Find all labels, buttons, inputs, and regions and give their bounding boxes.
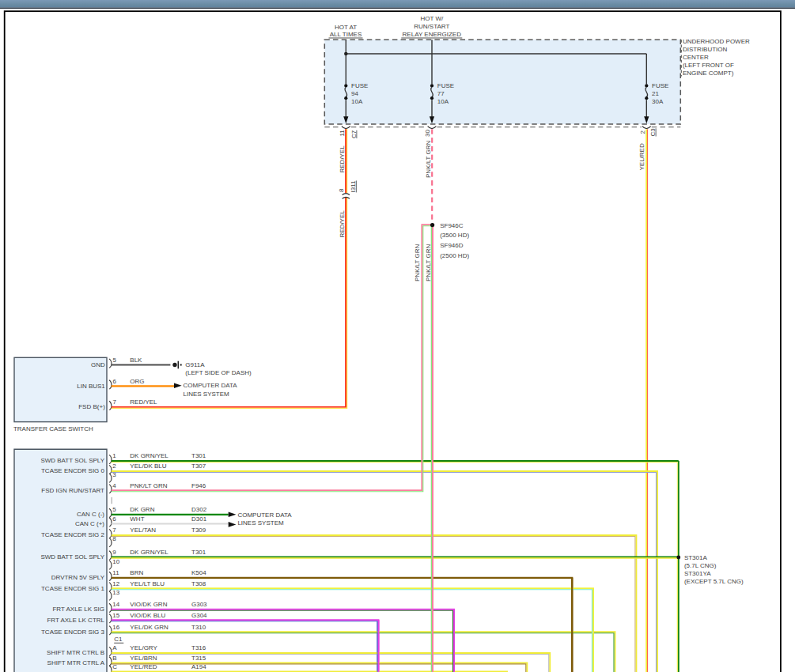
svg-text:T307: T307: [191, 462, 206, 470]
svg-text:HOT W/: HOT W/: [420, 15, 444, 22]
svg-text:5: 5: [112, 506, 116, 513]
svg-text:FUSE: FUSE: [437, 82, 454, 89]
svg-text:4: 4: [112, 482, 116, 489]
svg-text:DRVTRN 5V SPLY: DRVTRN 5V SPLY: [51, 574, 105, 581]
svg-text:21: 21: [652, 90, 659, 97]
svg-text:77: 77: [437, 90, 445, 97]
svg-text:SWD BATT SOL SPLY: SWD BATT SOL SPLY: [40, 553, 104, 561]
svg-text:7: 7: [112, 527, 116, 534]
svg-text:PNK/LT GRN: PNK/LT GRN: [130, 482, 167, 489]
svg-text:PNK/LT GRN: PNK/LT GRN: [425, 244, 432, 281]
svg-text:COMPUTER DATA: COMPUTER DATA: [184, 382, 238, 389]
svg-text:9: 9: [112, 549, 116, 556]
svg-text:T316: T316: [191, 644, 206, 651]
svg-text:SF946D: SF946D: [440, 242, 464, 249]
svg-text:TCASE ENCDR SIG 2: TCASE ENCDR SIG 2: [41, 531, 105, 538]
svg-text:30A: 30A: [652, 98, 664, 105]
svg-text:FUSE: FUSE: [652, 82, 668, 89]
svg-text:WHT: WHT: [130, 515, 144, 523]
svg-text:T301: T301: [191, 549, 206, 556]
svg-text:CENTER: CENTER: [683, 54, 709, 61]
svg-text:DK GRN: DK GRN: [130, 506, 154, 513]
svg-text:BLK: BLK: [130, 357, 142, 364]
svg-text:D302: D302: [191, 506, 207, 513]
svg-text:(EXCEPT 5.7L CNG): (EXCEPT 5.7L CNG): [684, 578, 744, 585]
svg-text:C3: C3: [649, 128, 657, 137]
svg-text:(2500 HD): (2500 HD): [440, 252, 469, 259]
svg-text:T308: T308: [191, 580, 206, 587]
svg-text:6: 6: [112, 515, 116, 523]
svg-text:ORG: ORG: [130, 378, 144, 385]
svg-text:(3500 HD): (3500 HD): [440, 232, 469, 239]
svg-text:PNK/LT GRN: PNK/LT GRN: [414, 244, 421, 281]
svg-text:TCASE ENCDR SIG 1: TCASE ENCDR SIG 1: [41, 585, 105, 592]
svg-text:16: 16: [112, 624, 119, 631]
svg-text:RED/YEL: RED/YEL: [339, 145, 346, 173]
svg-text:COMPUTER DATA: COMPUTER DATA: [237, 512, 292, 519]
svg-text:TCASE ENCDR SIG 3: TCASE ENCDR SIG 3: [41, 629, 105, 636]
svg-text:6: 6: [113, 378, 117, 385]
svg-text:(LEFT FRONT OF: (LEFT FRONT OF: [683, 62, 734, 69]
svg-text:8: 8: [338, 188, 345, 192]
svg-text:LINES SYSTEM: LINES SYSTEM: [237, 519, 284, 527]
svg-text:30: 30: [424, 130, 431, 137]
svg-text:YEL/BRN: YEL/BRN: [130, 655, 157, 662]
svg-text:10: 10: [112, 558, 119, 565]
svg-text:A: A: [112, 644, 117, 651]
svg-text:G304: G304: [191, 612, 207, 619]
svg-text:(5.7L CNG): (5.7L CNG): [684, 562, 717, 569]
svg-text:YEL/DK BLU: YEL/DK BLU: [130, 462, 166, 470]
svg-text:RED/YEL: RED/YEL: [339, 210, 346, 238]
svg-text:VIO/DK BLU: VIO/DK BLU: [130, 612, 165, 619]
svg-text:11: 11: [339, 130, 346, 137]
svg-text:SF946C: SF946C: [440, 222, 464, 229]
svg-text:LIN BUS1: LIN BUS1: [77, 383, 105, 390]
svg-text:YEL/LT BLU: YEL/LT BLU: [130, 580, 165, 587]
svg-text:SWD BATT SOL SPLY: SWD BATT SOL SPLY: [40, 457, 104, 464]
svg-text:HOT AT: HOT AT: [335, 24, 357, 31]
svg-text:RED/YEL: RED/YEL: [130, 398, 157, 406]
svg-text:G303: G303: [191, 601, 207, 608]
svg-text:5: 5: [113, 357, 117, 364]
svg-text:YEL/GRY: YEL/GRY: [130, 644, 157, 651]
svg-text:TRANSFER CASE SWITCH: TRANSFER CASE SWITCH: [13, 425, 93, 432]
svg-text:C7: C7: [350, 130, 358, 138]
svg-text:GND: GND: [91, 361, 105, 368]
svg-text:T301: T301: [191, 452, 206, 459]
svg-text:DK GRN/YEL: DK GRN/YEL: [130, 452, 168, 459]
svg-text:BRN: BRN: [130, 569, 143, 576]
svg-text:YEL/TAN: YEL/TAN: [130, 527, 156, 534]
svg-text:DK GRN/YEL: DK GRN/YEL: [130, 549, 168, 556]
svg-text:CAN C (-): CAN C (-): [77, 511, 104, 518]
svg-text:CAN C (+): CAN C (+): [75, 520, 104, 527]
svg-text:ALL TIMES: ALL TIMES: [330, 31, 362, 38]
svg-text:YEL/RED: YEL/RED: [638, 143, 645, 170]
svg-text:FUSE: FUSE: [351, 82, 368, 89]
svg-text:T315: T315: [191, 655, 206, 662]
svg-text:I311: I311: [350, 180, 357, 193]
svg-text:B: B: [112, 655, 116, 662]
svg-text:RELAY ENERGIZED: RELAY ENERGIZED: [403, 31, 462, 38]
svg-text:FSD B(+): FSD B(+): [78, 403, 105, 410]
svg-text:10A: 10A: [351, 98, 363, 105]
svg-text:94: 94: [351, 90, 358, 97]
svg-text:FRT AXLE LK CTRL: FRT AXLE LK CTRL: [47, 617, 104, 624]
svg-text:YEL/DK GRN: YEL/DK GRN: [130, 624, 168, 631]
svg-text:(LEFT SIDE OF DASH): (LEFT SIDE OF DASH): [185, 369, 252, 376]
svg-text:SHIFT MTR CTRL B: SHIFT MTR CTRL B: [47, 649, 104, 656]
svg-text:2: 2: [112, 462, 116, 470]
svg-text:PNK/LT GRN: PNK/LT GRN: [425, 141, 432, 178]
svg-text:DISTRIBUTION: DISTRIBUTION: [683, 46, 728, 53]
svg-text:RUN/START: RUN/START: [414, 23, 449, 30]
svg-text:15: 15: [112, 612, 119, 619]
svg-text:T310: T310: [191, 624, 206, 631]
svg-text:11: 11: [112, 569, 119, 576]
svg-text:T309: T309: [191, 527, 206, 534]
svg-text:FRT AXLE LK SIG: FRT AXLE LK SIG: [52, 606, 104, 613]
svg-text:10A: 10A: [437, 98, 449, 105]
svg-text:D301: D301: [191, 515, 207, 523]
svg-text:G911A: G911A: [185, 361, 205, 368]
svg-text:SHIFT MTR CTRL A: SHIFT MTR CTRL A: [47, 659, 105, 666]
svg-text:2: 2: [639, 130, 646, 134]
svg-text:UNDERHOOD POWER: UNDERHOOD POWER: [683, 38, 750, 45]
